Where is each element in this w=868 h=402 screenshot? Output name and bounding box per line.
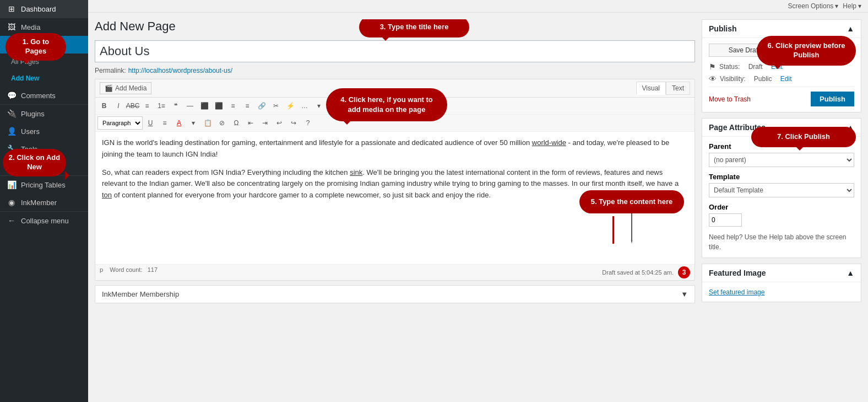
flag-icon: ⚑ [709, 62, 716, 71]
collapse-publish-icon[interactable]: ▲ [847, 24, 854, 33]
paragraph-select[interactable]: Paragraph [97, 116, 143, 130]
insert-tag-button[interactable]: ⚡ [284, 99, 297, 112]
font-color-button[interactable]: A [172, 116, 186, 130]
publish-button[interactable]: Publish [811, 92, 854, 106]
order-input[interactable] [709, 213, 742, 227]
move-to-trash-link[interactable]: Move to Trash [709, 95, 751, 103]
featured-image-title: Featured Image [709, 269, 766, 277]
inkmember-icon: ◉ [7, 198, 17, 207]
sidebar-item-plugins[interactable]: 🔌 Plugins [0, 105, 88, 122]
sidebar-item-comments[interactable]: 💬 Comments [0, 87, 88, 104]
comments-icon: 💬 [7, 91, 17, 100]
template-label: Template [709, 173, 854, 181]
visibility-label: Visibility: [720, 75, 745, 83]
sidebar-item-label: Media [21, 23, 40, 31]
link-button[interactable]: 🔗 [255, 99, 268, 112]
unordered-list-button[interactable]: ≡ [140, 99, 154, 112]
svg-marker-1 [631, 240, 633, 244]
permalink-url[interactable]: http://localhost/wordpress/about-us/ [128, 67, 232, 74]
word-count-label: Word count: [110, 266, 142, 273]
add-media-label: Add Media [115, 84, 147, 92]
sidebar-item-pricing-tables[interactable]: 📊 Pricing Tables [0, 176, 88, 194]
add-media-icon: 🎬 [105, 84, 113, 92]
editor-status-bar: p Word count: 117 Draft saved at 5:04:25… [95, 264, 695, 280]
callout-go-to-pages: 1. Go to Pages [6, 33, 66, 61]
align-right-button[interactable]: ≡ [226, 99, 240, 112]
help-editor-button[interactable]: ? [301, 116, 314, 130]
visibility-value: Public [754, 75, 772, 83]
collapse-featured-icon[interactable]: ▲ [847, 269, 854, 277]
align-justify-button[interactable]: ≡ [241, 99, 254, 112]
help-button[interactable]: Help ▾ [843, 2, 861, 10]
chevron-down-icon: ▾ [858, 2, 861, 10]
add-media-button[interactable]: 🎬 Add Media [100, 82, 151, 94]
pricing-icon: 📊 [7, 180, 17, 189]
dashboard-icon: ⊞ [7, 4, 17, 13]
align-center-button[interactable]: ⬛ [212, 99, 225, 112]
visual-tab[interactable]: Visual [636, 82, 666, 95]
justify-button[interactable]: ≡ [158, 116, 171, 130]
status-value: Draft [748, 63, 763, 71]
collapse-icon: ← [7, 216, 17, 225]
editor-area: 3. Type the title here 4. Click here, if… [95, 19, 695, 395]
toolbar-toggle-button[interactable]: ▾ [312, 99, 326, 112]
align-left-button[interactable]: ⬛ [198, 99, 211, 112]
content-paragraph-1: IGN is the world's leading destination f… [102, 137, 688, 160]
page-attributes-content: Parent (no parent) Template Default Temp… [702, 137, 861, 258]
callout-type-content: 5. Type the content here [579, 190, 684, 213]
screen-options-button[interactable]: Screen Options ▾ [788, 2, 839, 10]
clear-format-button[interactable]: ⊘ [215, 116, 229, 130]
featured-image-header: Featured Image ▲ [702, 264, 861, 282]
underline-button[interactable]: U [144, 116, 157, 130]
sidebar-item-inkmember[interactable]: ◉ InkMember [0, 194, 88, 211]
status-label: Status: [719, 63, 740, 71]
sidebar-item-users[interactable]: 👤 Users [0, 122, 88, 140]
topbar: Screen Options ▾ Help ▾ [88, 0, 868, 13]
page-title-input[interactable] [95, 40, 695, 62]
callout-preview: 6. Click preview before Publish [757, 36, 856, 66]
sidebar: 1. Go to Pages 2. Click on Add New ⊞ Das… [0, 0, 88, 402]
italic-button[interactable]: I [112, 99, 125, 112]
plugins-icon: 🔌 [7, 109, 17, 118]
text-tab[interactable]: Text [666, 82, 690, 95]
sidebar-item-add-new[interactable]: Add New [0, 70, 88, 87]
special-char-button[interactable]: Ω [230, 116, 243, 130]
hr-button[interactable]: — [183, 99, 197, 112]
edit-visibility-link[interactable]: Edit [780, 75, 792, 83]
strikethrough-button[interactable]: ABC [126, 99, 139, 112]
set-featured-image-link[interactable]: Set featured image [709, 288, 764, 296]
inkmember-toggle-icon[interactable]: ▼ [681, 290, 688, 298]
ordered-list-button[interactable]: 1≡ [155, 99, 168, 112]
help-label: Help [843, 2, 856, 10]
sidebar-item-label: InkMember [21, 199, 57, 207]
template-select[interactable]: Default Template [709, 183, 854, 197]
outdent-button[interactable]: ⇤ [244, 116, 257, 130]
undo-button[interactable]: ↩ [273, 116, 286, 130]
word-count-value: 117 [148, 266, 158, 273]
help-text: Need help? Use the Help tab above the sc… [709, 232, 854, 252]
font-color-picker[interactable]: ▾ [187, 116, 200, 130]
sidebar-item-dashboard[interactable]: ⊞ Dashboard [0, 0, 88, 18]
sidebar-item-label: Pricing Tables [21, 181, 66, 189]
paste-text-button[interactable]: 📋 [201, 116, 214, 130]
permalink-bar: Permalink: http://localhost/wordpress/ab… [95, 67, 695, 74]
publish-footer: Move to Trash Publish [709, 87, 854, 106]
parent-select[interactable]: (no parent) [709, 153, 854, 167]
bold-button[interactable]: B [97, 99, 111, 112]
publish-title: Publish [709, 24, 737, 33]
more-button[interactable]: … [298, 99, 311, 112]
sidebar-item-label: Users [21, 127, 40, 136]
redo-button[interactable]: ↪ [287, 116, 300, 130]
order-label: Order [709, 203, 854, 211]
editor-mode-tabs: Visual Text [636, 82, 690, 95]
media-icon: 🖼 [7, 23, 17, 31]
permalink-label: Permalink: [95, 67, 126, 74]
draft-saved-text: Draft saved at 5:04:25 am. [602, 269, 674, 276]
arrow-svg [631, 213, 633, 244]
indent-button[interactable]: ⇥ [258, 116, 272, 130]
unlink-button[interactable]: ✂ [269, 99, 283, 112]
blockquote-button[interactable]: ❝ [169, 99, 182, 112]
callout-click-add-new: 2. Click on Add New [3, 149, 66, 176]
sidebar-item-collapse[interactable]: ← Collapse menu [0, 212, 88, 229]
chevron-down-icon: ▾ [835, 2, 838, 10]
